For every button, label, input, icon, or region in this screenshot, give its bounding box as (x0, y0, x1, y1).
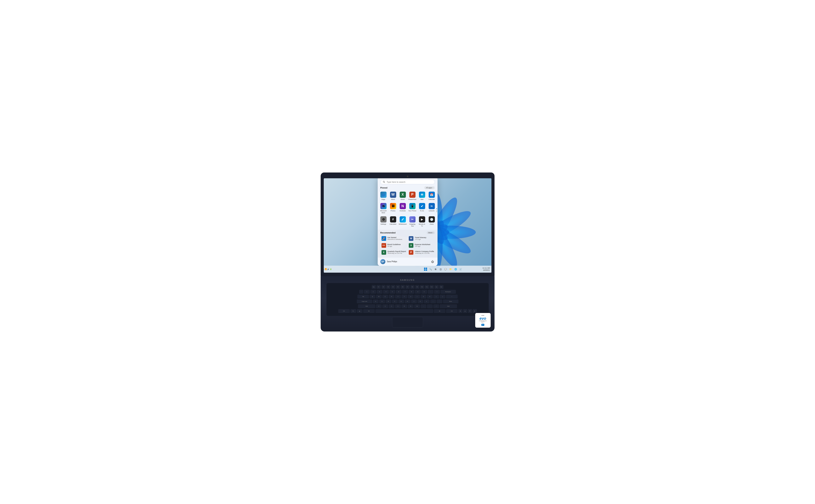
rec-item-get-started[interactable]: 🚀 Get Started Welcome to Windows (380, 235, 407, 242)
key-i[interactable]: I (414, 295, 420, 299)
key-backslash[interactable]: \ (446, 295, 458, 299)
key-7[interactable]: 7 (402, 290, 408, 294)
app-clock[interactable]: 🕐 Clock (427, 215, 436, 228)
key-0[interactable]: 0 (421, 290, 427, 294)
key-p[interactable]: P (427, 295, 433, 299)
key-w[interactable]: W (376, 295, 382, 299)
key-space[interactable] (375, 309, 433, 313)
app-mail[interactable]: ✉ Mail (417, 190, 427, 202)
key-f10[interactable]: F10 (420, 285, 424, 289)
key-d[interactable]: D (386, 299, 391, 304)
key-insert[interactable]: Ins (434, 285, 439, 289)
key-rctrl[interactable]: Ctrl (446, 309, 458, 313)
key-f[interactable]: F (392, 299, 398, 304)
more-button[interactable]: More › (427, 231, 435, 234)
key-q[interactable]: Q (370, 295, 375, 299)
key-s[interactable]: S (379, 299, 385, 304)
key-delete[interactable]: Del (439, 285, 443, 289)
key-f6[interactable]: F6 (401, 285, 405, 289)
key-f11[interactable]: F11 (425, 285, 429, 289)
key-down[interactable]: ▼ (468, 309, 472, 313)
app-calendar[interactable]: 📅 Calendar (427, 190, 436, 202)
all-apps-button[interactable]: All apps › (424, 186, 435, 189)
key-tab[interactable]: Tab (357, 295, 369, 299)
key-up[interactable]: ▲ (463, 309, 467, 313)
key-a[interactable]: A (373, 299, 379, 304)
key-lbracket[interactable]: [ (433, 295, 439, 299)
key-quote[interactable]: ' (437, 299, 442, 304)
key-j[interactable]: J (411, 299, 417, 304)
key-minus[interactable]: - (428, 290, 433, 294)
key-esc[interactable]: Esc (372, 285, 376, 289)
search-input[interactable] (387, 181, 432, 183)
search-button[interactable]: 🔍 (428, 267, 433, 271)
file-explorer-button[interactable]: 📁 (449, 267, 453, 271)
taskbar-store-button[interactable]: 🛒 (459, 267, 463, 271)
rec-item-brand[interactable]: PDF Brand Guidelines 2h ago (380, 242, 407, 249)
app-calculator[interactable]: # Calculator (388, 215, 398, 228)
search-bar[interactable] (380, 180, 435, 184)
task-view-button[interactable]: ⧉ (433, 267, 438, 271)
key-t[interactable]: T (395, 295, 401, 299)
key-enter[interactable]: Enter (443, 299, 458, 304)
key-4[interactable]: 4 (383, 290, 389, 294)
key-v[interactable]: V (395, 304, 401, 309)
key-9[interactable]: 9 (415, 290, 421, 294)
app-todo[interactable]: ✔ To Do (417, 202, 427, 215)
key-l[interactable]: L (424, 299, 430, 304)
key-y[interactable]: Y (401, 295, 407, 299)
power-button[interactable]: ⏻ (430, 259, 435, 264)
key-f1[interactable]: F1 (377, 285, 381, 289)
key-r[interactable]: R (389, 295, 394, 299)
key-f3[interactable]: F3 (386, 285, 390, 289)
key-f5[interactable]: F5 (396, 285, 400, 289)
key-backspace[interactable]: Backspace (440, 290, 456, 294)
app-your-phone[interactable]: 📱 Your Phone (408, 202, 417, 215)
key-o[interactable]: O (421, 295, 426, 299)
app-excel[interactable]: X Excel (398, 190, 407, 202)
app-settings[interactable]: ⚙ Settings (379, 215, 388, 228)
key-left[interactable]: ◄ (458, 309, 462, 313)
key-capslock[interactable]: Caps Lock (357, 299, 372, 304)
key-3[interactable]: 3 (377, 290, 383, 294)
app-linkedin[interactable]: in LinkedIn (427, 202, 436, 215)
widgets-button[interactable]: ◫ (438, 267, 443, 271)
key-1[interactable]: 1 (364, 290, 370, 294)
key-u[interactable]: U (408, 295, 414, 299)
key-f2[interactable]: F2 (381, 285, 386, 289)
key-semicolon[interactable]: ; (430, 299, 436, 304)
key-f12[interactable]: F12 (430, 285, 434, 289)
key-lshift[interactable]: Shift (358, 304, 375, 309)
rec-item-payroll[interactable]: X Quarterly Payroll Report Yesterday at … (380, 249, 407, 256)
key-comma[interactable]: , (421, 304, 426, 309)
key-right[interactable]: ► (473, 309, 477, 313)
key-fn[interactable]: Fn (350, 309, 356, 313)
app-edge[interactable]: Edge (379, 190, 388, 202)
start-button[interactable] (423, 267, 428, 271)
key-m[interactable]: M (414, 304, 420, 309)
app-msstore[interactable]: 🛍 Microsoft Store (379, 202, 388, 215)
taskbar-system-tray[interactable]: ▲ 📶 🔊 🔋 (325, 267, 330, 271)
key-period[interactable]: . (427, 304, 433, 309)
key-ralt[interactable]: Alt (434, 309, 445, 313)
key-h[interactable]: H (405, 299, 410, 304)
key-n[interactable]: N (408, 304, 414, 309)
key-backtick[interactable]: ` (359, 290, 363, 294)
taskbar-edge-button[interactable]: 🌐 (454, 267, 458, 271)
key-g[interactable]: G (398, 299, 404, 304)
key-lalt[interactable]: Alt (363, 309, 375, 313)
key-rshift[interactable]: Shift (440, 304, 457, 309)
app-movies[interactable]: ▶ Movies & TV (417, 215, 427, 228)
app-onenote[interactable]: N OneNote (398, 202, 407, 215)
app-word[interactable]: W Word (388, 190, 398, 202)
app-photos[interactable]: 🖼 Photos (388, 202, 398, 215)
key-b[interactable]: B (401, 304, 407, 309)
key-slash[interactable]: / (433, 304, 439, 309)
key-2[interactable]: 2 (370, 290, 376, 294)
key-rbracket[interactable]: ] (440, 295, 445, 299)
chat-button[interactable]: 💬 (443, 267, 448, 271)
key-6[interactable]: 6 (396, 290, 402, 294)
app-powerpoint[interactable]: P PowerPoint (408, 190, 417, 202)
key-f4[interactable]: F4 (391, 285, 395, 289)
app-snipping[interactable]: ✂ Snipping Tool (408, 215, 417, 228)
